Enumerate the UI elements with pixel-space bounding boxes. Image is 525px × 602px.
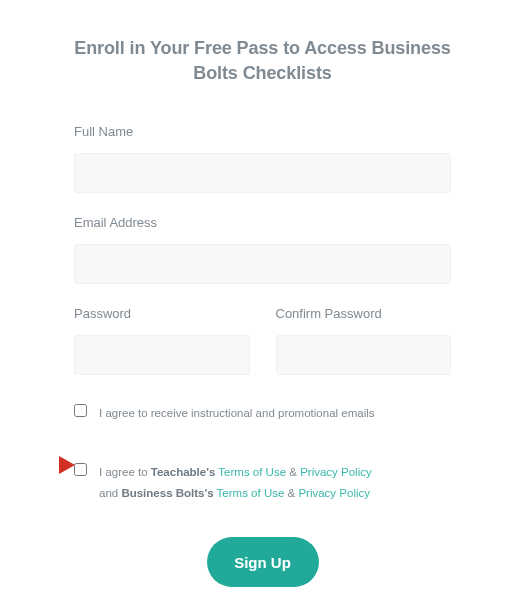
- promo-checkbox-label: I agree to receive instructional and pro…: [99, 403, 375, 424]
- email-group: Email Address: [74, 215, 451, 284]
- full-name-label: Full Name: [74, 124, 451, 139]
- teachable-privacy-link[interactable]: Privacy Policy: [300, 466, 372, 478]
- terms-checkbox-row: I agree to Teachable's Terms of Use & Pr…: [74, 462, 451, 503]
- confirm-password-input[interactable]: [276, 335, 452, 375]
- promo-checkbox[interactable]: [74, 404, 87, 417]
- password-row: Password Confirm Password: [74, 306, 451, 375]
- terms-checkbox[interactable]: [74, 463, 87, 476]
- password-label: Password: [74, 306, 250, 321]
- businessbolts-privacy-link[interactable]: Privacy Policy: [298, 487, 370, 499]
- teachable-name: Teachable's: [151, 466, 216, 478]
- terms-checkbox-label: I agree to Teachable's Terms of Use & Pr…: [99, 462, 372, 503]
- page-title: Enroll in Your Free Pass to Access Busin…: [74, 36, 451, 86]
- businessbolts-terms-link[interactable]: Terms of Use: [217, 487, 285, 499]
- full-name-input[interactable]: [74, 153, 451, 193]
- teachable-terms-link[interactable]: Terms of Use: [218, 466, 286, 478]
- password-input[interactable]: [74, 335, 250, 375]
- email-label: Email Address: [74, 215, 451, 230]
- signup-form: Enroll in Your Free Pass to Access Busin…: [0, 0, 525, 602]
- and-word: and: [99, 487, 121, 499]
- arrow-right-icon: [27, 454, 75, 476]
- email-input[interactable]: [74, 244, 451, 284]
- confirm-password-group: Confirm Password: [276, 306, 452, 375]
- confirm-password-label: Confirm Password: [276, 306, 452, 321]
- ampersand-2: &: [284, 487, 298, 499]
- svg-marker-1: [59, 456, 75, 474]
- signup-button[interactable]: Sign Up: [207, 537, 319, 587]
- password-group: Password: [74, 306, 250, 375]
- ampersand-1: &: [286, 466, 300, 478]
- promo-checkbox-row: I agree to receive instructional and pro…: [74, 403, 451, 424]
- terms-prefix: I agree to: [99, 466, 151, 478]
- businessbolts-name: Business Bolts's: [121, 487, 213, 499]
- full-name-group: Full Name: [74, 124, 451, 193]
- signup-button-wrap: Sign Up: [74, 537, 451, 587]
